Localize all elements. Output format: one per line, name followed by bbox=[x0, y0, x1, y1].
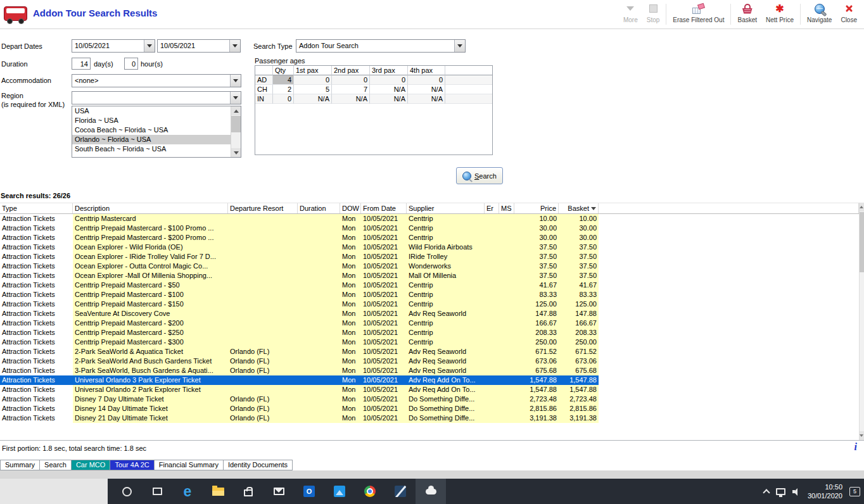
table-row[interactable]: Attraction TicketsUniversal Orlando 2 Pa… bbox=[0, 385, 859, 394]
table-row[interactable]: Attraction TicketsSeaVenture At Discover… bbox=[0, 309, 859, 318]
table-row[interactable]: Attraction TicketsOcean Explorer - Outta… bbox=[0, 261, 859, 271]
store-button[interactable] bbox=[233, 479, 264, 504]
info-icon[interactable]: i bbox=[854, 441, 857, 453]
col-supplier[interactable]: Supplier bbox=[407, 203, 485, 213]
nett-price-button[interactable]: Nett Price bbox=[761, 0, 798, 28]
scrollbar-thumb[interactable] bbox=[860, 212, 864, 272]
scroll-up-icon[interactable] bbox=[231, 106, 241, 115]
chrome-button[interactable] bbox=[355, 479, 385, 504]
region-option-selected[interactable]: Orlando ~ Florida ~ USA bbox=[72, 135, 241, 144]
region-option[interactable]: USA bbox=[72, 106, 241, 116]
volume-icon[interactable] bbox=[792, 488, 801, 496]
table-row[interactable]: Attraction TicketsCenttrip Prepaid Maste… bbox=[0, 280, 859, 290]
table-row[interactable]: Attraction Tickets2-Park SeaWorld & Aqua… bbox=[0, 347, 859, 356]
hidden-icons-chevron-icon[interactable] bbox=[763, 489, 770, 496]
region-listbox[interactable]: USA Florida ~ USA Cocoa Beach ~ Florida … bbox=[72, 106, 241, 158]
close-button[interactable]: Close bbox=[836, 0, 861, 28]
col-departure-resort[interactable]: Departure Resort bbox=[228, 203, 298, 213]
table-row[interactable]: Attraction Tickets3-Park SeaWorld, Busch… bbox=[0, 366, 859, 375]
search-button[interactable]: Search bbox=[456, 167, 503, 184]
table-row[interactable]: Attraction TicketsCenttrip Prepaid Maste… bbox=[0, 224, 859, 233]
scroll-up-icon[interactable] bbox=[860, 203, 864, 211]
chevron-down-icon[interactable] bbox=[454, 40, 465, 52]
table-row[interactable]: Attraction TicketsCenttrip Prepaid Maste… bbox=[0, 318, 859, 328]
listbox-scrollbar[interactable] bbox=[231, 106, 241, 157]
table-row[interactable]: Attraction TicketsOcean Explorer - IRide… bbox=[0, 252, 859, 261]
table-row[interactable]: Attraction TicketsCenttrip MastercardMon… bbox=[0, 214, 859, 224]
scrollbar-thumb[interactable] bbox=[231, 116, 241, 132]
pax-age-cell[interactable]: N/A bbox=[332, 94, 370, 104]
table-row[interactable]: Attraction TicketsCenttrip Prepaid Maste… bbox=[0, 233, 859, 243]
pax-age-cell[interactable]: 7 bbox=[332, 85, 370, 94]
passenger-row-adults[interactable]: AD 4 0 0 0 0 bbox=[255, 75, 492, 85]
notification-center-icon[interactable]: 5 bbox=[849, 487, 860, 496]
pax-age-cell[interactable]: N/A bbox=[408, 94, 445, 104]
travel-app-button[interactable] bbox=[416, 479, 446, 504]
tab-identity-documents[interactable]: Identity Documents bbox=[223, 460, 293, 470]
col-dow[interactable]: DOW bbox=[340, 203, 361, 213]
network-icon[interactable] bbox=[776, 488, 785, 495]
col-price[interactable]: Price bbox=[514, 203, 559, 213]
table-row[interactable]: Attraction TicketsDisney 14 Day Ultimate… bbox=[0, 404, 859, 413]
results-scrollbar[interactable] bbox=[859, 203, 864, 440]
navigate-button[interactable]: Navigate bbox=[803, 0, 836, 28]
pax-age-cell[interactable]: 0 bbox=[370, 75, 408, 85]
pax-qty-cell[interactable]: 0 bbox=[273, 94, 294, 104]
pax-age-cell[interactable]: N/A bbox=[294, 94, 332, 104]
chevron-down-icon[interactable] bbox=[229, 40, 240, 52]
col-type[interactable]: Type bbox=[0, 203, 73, 213]
table-row[interactable]: Attraction TicketsCenttrip Prepaid Maste… bbox=[0, 299, 859, 309]
outlook-button[interactable] bbox=[294, 479, 324, 504]
blue-app-button[interactable] bbox=[385, 479, 416, 504]
col-er[interactable]: Er bbox=[485, 203, 499, 213]
accommodation-combo[interactable]: <none> bbox=[72, 74, 241, 87]
duration-days-input[interactable] bbox=[72, 58, 91, 70]
pax-age-cell[interactable]: N/A bbox=[370, 94, 408, 104]
depart-date-start-combo[interactable]: 10/05/2021 bbox=[72, 39, 155, 53]
passenger-row-infants[interactable]: IN 0 N/A N/A N/A N/A bbox=[255, 94, 492, 104]
table-row[interactable]: Attraction TicketsOcean Explorer - Wild … bbox=[0, 243, 859, 252]
scroll-down-icon[interactable] bbox=[231, 148, 241, 157]
pax-age-cell[interactable]: 0 bbox=[294, 75, 332, 85]
erase-filtered-out-button[interactable]: Erase Filtered Out bbox=[668, 0, 728, 28]
table-row[interactable]: Attraction TicketsCenttrip Prepaid Maste… bbox=[0, 290, 859, 299]
col-ms[interactable]: MS bbox=[499, 203, 514, 213]
edge-button[interactable] bbox=[172, 479, 203, 504]
search-type-combo[interactable]: Addon Tour Search bbox=[296, 39, 466, 53]
tab-car-mco[interactable]: Car MCO bbox=[71, 460, 110, 470]
depart-date-end-combo[interactable]: 10/05/2021 bbox=[157, 39, 241, 53]
table-row[interactable]: Attraction TicketsDisney 7 Day Ultimate … bbox=[0, 394, 859, 404]
photos-button[interactable] bbox=[324, 479, 355, 504]
basket-button[interactable]: Basket bbox=[733, 0, 761, 28]
chevron-down-icon[interactable] bbox=[144, 40, 155, 52]
table-row[interactable]: Attraction TicketsOcean Explorer -Mall O… bbox=[0, 271, 859, 280]
table-row[interactable]: Attraction TicketsDisney 21 Day Ultimate… bbox=[0, 413, 859, 423]
col-duration[interactable]: Duration bbox=[298, 203, 340, 213]
mail-button[interactable] bbox=[264, 479, 294, 504]
region-option[interactable]: South Beach ~ Florida ~ USA bbox=[72, 144, 241, 154]
table-row[interactable]: Attraction Tickets2-Park SeaWorld And Bu… bbox=[0, 356, 859, 366]
tray-clock[interactable]: 10:50 30/01/2020 bbox=[808, 482, 842, 500]
pax-age-cell[interactable]: 0 bbox=[332, 75, 370, 85]
pax-age-cell[interactable]: N/A bbox=[408, 85, 445, 94]
pax-age-cell[interactable]: 5 bbox=[294, 85, 332, 94]
table-row[interactable]: Attraction TicketsUniversal Orlando 3 Pa… bbox=[0, 375, 859, 385]
chevron-down-icon[interactable] bbox=[230, 92, 241, 104]
col-description[interactable]: Description bbox=[73, 203, 228, 213]
region-option[interactable]: Florida ~ USA bbox=[72, 116, 241, 125]
duration-hours-input[interactable] bbox=[124, 58, 138, 70]
cortana-search-button[interactable] bbox=[111, 479, 142, 504]
task-view-button[interactable] bbox=[142, 479, 172, 504]
tab-summary[interactable]: Summary bbox=[0, 460, 40, 470]
table-row[interactable]: Attraction TicketsCenttrip Prepaid Maste… bbox=[0, 337, 859, 347]
region-option[interactable]: Cocoa Beach ~ Florida ~ USA bbox=[72, 125, 241, 135]
tab-financial-summary[interactable]: Financial Summary bbox=[154, 460, 224, 470]
pax-age-cell[interactable]: N/A bbox=[370, 85, 408, 94]
col-basket[interactable]: Basket bbox=[559, 203, 599, 213]
region-combo[interactable] bbox=[72, 91, 241, 104]
pax-qty-cell[interactable]: 4 bbox=[273, 75, 294, 85]
scroll-down-icon[interactable] bbox=[860, 431, 864, 440]
passenger-row-children[interactable]: CH 2 5 7 N/A N/A bbox=[255, 85, 492, 94]
pax-age-cell[interactable]: 0 bbox=[408, 75, 445, 85]
chevron-down-icon[interactable] bbox=[230, 75, 241, 87]
